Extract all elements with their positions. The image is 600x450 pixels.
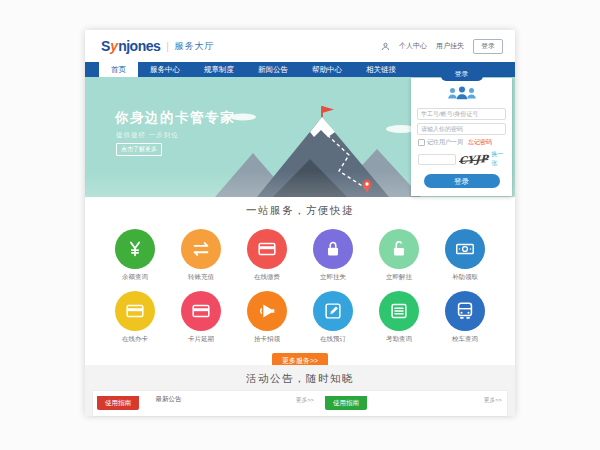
users-icon	[411, 85, 512, 105]
banner-learn-more-button[interactable]: 点击了解更多	[116, 143, 162, 156]
link-personal-center[interactable]: 个人中心	[399, 41, 427, 51]
announcements-title: 活动公告，随时知晓	[85, 365, 515, 386]
captcha-image[interactable]: CYJP	[459, 152, 489, 165]
card-icon	[247, 229, 287, 269]
service-label: 转账充值	[168, 273, 234, 282]
nav-item-5[interactable]: 相关链接	[354, 62, 408, 77]
nav-item-4[interactable]: 帮助中心	[300, 62, 354, 77]
service-label: 考勤查询	[366, 335, 432, 344]
screenshot-canvas: Synjones | 服务大厅 个人中心 用户挂失 登录 首页服务中心规章制度新…	[0, 0, 600, 450]
announcement-panels: 使用指南 最新公告 更多>> 使用指南 更多>>	[93, 391, 507, 416]
logo-text: Synjones	[101, 38, 160, 54]
service-label: 校车查询	[432, 335, 498, 344]
header-links: 个人中心 用户挂失 登录	[381, 30, 503, 62]
captcha-refresh-link[interactable]: 换一张	[491, 150, 505, 168]
service-item-0[interactable]: 余额查询	[102, 229, 168, 282]
login-tab[interactable]: 登录	[441, 67, 483, 81]
service-item-6[interactable]: 在线办卡	[102, 291, 168, 344]
remember-row: 记住用户一周 忘记密码	[418, 138, 505, 147]
service-item-3[interactable]: 立即挂失	[300, 229, 366, 282]
transfer-icon	[181, 229, 221, 269]
service-item-8[interactable]: 拾卡招领	[234, 291, 300, 344]
usage-guide-ribbon[interactable]: 使用指南	[97, 396, 139, 410]
banknote-icon	[445, 229, 485, 269]
password-input[interactable]	[417, 123, 506, 135]
edit-icon	[313, 291, 353, 331]
announcements-section: 活动公告，随时知晓 使用指南 最新公告 更多>> 使用指南 更多>>	[85, 365, 515, 416]
service-label: 在线预订	[300, 335, 366, 344]
bus-icon	[445, 291, 485, 331]
service-label: 余额查询	[102, 273, 168, 282]
card-icon	[181, 291, 221, 331]
service-item-5[interactable]: 补助领取	[432, 229, 498, 282]
banner-title: 你身边的卡管专家	[115, 109, 235, 127]
usage-guide-ribbon-green[interactable]: 使用指南	[325, 396, 367, 410]
announcement-panel-left: 使用指南 最新公告 更多>>	[97, 392, 317, 407]
announcement-panel-right: 使用指南 更多>>	[325, 392, 505, 407]
service-label: 在线缴费	[234, 273, 300, 282]
nav-item-1[interactable]: 服务中心	[138, 62, 192, 77]
services-grid: 余额查询转账充值在线缴费立即挂失立即解挂补助领取在线办卡卡片延期拾卡招领在线预订…	[100, 220, 500, 344]
service-label: 立即解挂	[366, 273, 432, 282]
more-link-left[interactable]: 更多>>	[296, 396, 314, 405]
site-header: Synjones | 服务大厅 个人中心 用户挂失 登录	[85, 30, 515, 62]
services-title: 一站服务，方便快捷	[85, 197, 515, 218]
service-item-1[interactable]: 转账充值	[168, 229, 234, 282]
forgot-password-link[interactable]: 忘记密码	[468, 138, 492, 147]
banner-subtitle: 提供捷径 一步到位	[116, 131, 179, 140]
nav-item-3[interactable]: 新闻公告	[246, 62, 300, 77]
nav-item-0[interactable]: 首页	[99, 62, 138, 77]
service-item-4[interactable]: 立即解挂	[366, 229, 432, 282]
nav-item-2[interactable]: 规章制度	[192, 62, 246, 77]
service-item-2[interactable]: 在线缴费	[234, 229, 300, 282]
logo-y-mark: y	[110, 38, 117, 54]
login-panel: 登录 记住用户一周 忘记密码 CYJP 换一张 登录	[411, 78, 512, 196]
login-submit-button[interactable]: 登录	[424, 174, 500, 188]
service-label: 立即挂失	[300, 273, 366, 282]
service-label: 补助领取	[432, 273, 498, 282]
link-user-loss-report[interactable]: 用户挂失	[436, 41, 464, 51]
latest-news-tab[interactable]: 最新公告	[155, 392, 181, 406]
yen-icon	[115, 229, 155, 269]
service-item-10[interactable]: 考勤查询	[366, 291, 432, 344]
site-name: 服务大厅	[174, 40, 214, 53]
captcha-row: CYJP 换一张	[418, 150, 505, 168]
logo[interactable]: Synjones | 服务大厅	[101, 38, 214, 54]
unlock-icon	[379, 229, 419, 269]
megaphone-icon	[247, 291, 287, 331]
service-label: 在线办卡	[102, 335, 168, 344]
logo-divider: |	[166, 41, 168, 52]
service-label: 卡片延期	[168, 335, 234, 344]
remember-label: 记住用户一周	[427, 138, 463, 147]
remember-checkbox[interactable]	[418, 139, 425, 146]
website-window: Synjones | 服务大厅 个人中心 用户挂失 登录 首页服务中心规章制度新…	[85, 30, 515, 416]
header-login-button[interactable]: 登录	[473, 39, 503, 54]
service-label: 拾卡招领	[234, 335, 300, 344]
person-icon	[381, 42, 390, 51]
lock-icon	[313, 229, 353, 269]
service-item-11[interactable]: 校车查询	[432, 291, 498, 344]
username-input[interactable]	[417, 108, 506, 120]
service-item-9[interactable]: 在线预订	[300, 291, 366, 344]
service-item-7[interactable]: 卡片延期	[168, 291, 234, 344]
captcha-input[interactable]	[418, 154, 456, 165]
more-link-right[interactable]: 更多>>	[484, 396, 502, 405]
card-icon	[115, 291, 155, 331]
services-section: 一站服务，方便快捷 余额查询转账充值在线缴费立即挂失立即解挂补助领取在线办卡卡片…	[85, 197, 515, 365]
list-icon	[379, 291, 419, 331]
